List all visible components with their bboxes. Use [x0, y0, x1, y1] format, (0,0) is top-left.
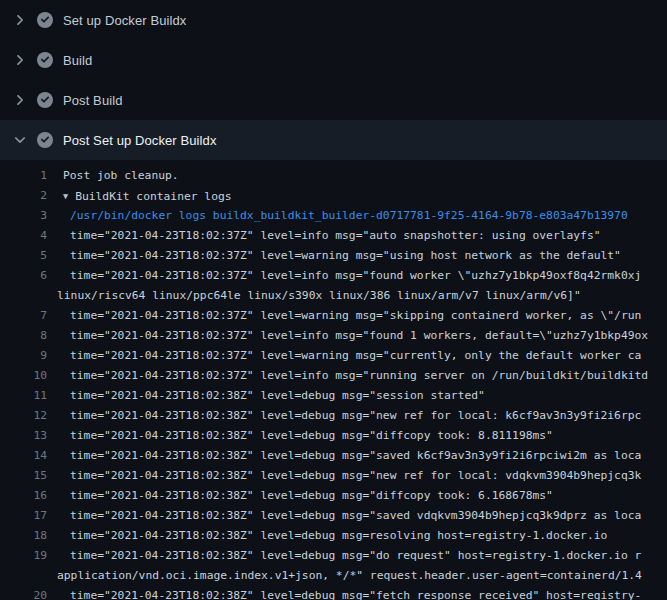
chevron-right-icon[interactable] [12, 92, 28, 108]
line-number[interactable]: 1 [0, 166, 47, 186]
line-number[interactable]: 17 [0, 506, 47, 526]
line-number[interactable]: 3 [0, 206, 47, 226]
log-line-text: time="2021-04-23T18:02:37Z" level=warnin… [70, 306, 641, 326]
line-number[interactable]: 10 [0, 366, 47, 386]
log-line: 19time="2021-04-23T18:02:38Z" level=debu… [0, 546, 667, 566]
line-number[interactable]: 5 [0, 246, 47, 266]
log-line: 10time="2021-04-23T18:02:37Z" level=info… [0, 366, 667, 386]
line-number[interactable]: 4 [0, 226, 47, 246]
log-line: 8time="2021-04-23T18:02:37Z" level=info … [0, 326, 667, 346]
status-check-icon [37, 12, 53, 28]
log-panel: 1Post job cleanup.2▼BuildKit container l… [0, 160, 667, 600]
log-line-text: time="2021-04-23T18:02:38Z" level=debug … [70, 446, 641, 466]
log-line-text: time="2021-04-23T18:02:37Z" level=info m… [70, 266, 641, 286]
chevron-down-icon[interactable] [12, 132, 28, 148]
line-number[interactable]: 15 [0, 466, 47, 486]
log-group-header-text[interactable]: BuildKit container logs [75, 190, 231, 203]
line-number[interactable]: 12 [0, 406, 47, 426]
step-label: Set up Docker Buildx [63, 13, 186, 28]
log-line: 18time="2021-04-23T18:02:38Z" level=debu… [0, 526, 667, 546]
log-line: 5time="2021-04-23T18:02:37Z" level=warni… [0, 246, 667, 266]
log-command-text: /usr/bin/docker logs buildx_buildkit_bui… [70, 206, 628, 226]
log-line-text: time="2021-04-23T18:02:38Z" level=debug … [70, 546, 641, 566]
step-list: Set up Docker BuildxBuildPost BuildPost … [0, 0, 667, 160]
line-number[interactable]: 7 [0, 306, 47, 326]
log-line-text: time="2021-04-23T18:02:38Z" level=debug … [70, 506, 641, 526]
step-row-set-up-docker-buildx[interactable]: Set up Docker Buildx [0, 0, 667, 40]
log-line-text: time="2021-04-23T18:02:37Z" level=info m… [70, 226, 601, 246]
log-line: 2▼BuildKit container logs [0, 186, 667, 206]
log-line-text: time="2021-04-23T18:02:37Z" level=warnin… [70, 346, 641, 366]
log-line-text: time="2021-04-23T18:02:37Z" level=info m… [70, 366, 648, 386]
log-line-text: time="2021-04-23T18:02:38Z" level=debug … [70, 426, 553, 446]
status-check-icon [37, 92, 53, 108]
line-number[interactable]: 14 [0, 446, 47, 466]
log-line: 1Post job cleanup. [0, 166, 667, 186]
log-group-header[interactable]: ▼BuildKit container logs [63, 186, 232, 206]
log-line-text: linux/riscv64 linux/ppc64le linux/s390x … [57, 286, 581, 306]
line-number[interactable]: 8 [0, 326, 47, 346]
log-line-continuation: application/vnd.oci.image.index.v1+json,… [0, 566, 667, 586]
log-line-text: time="2021-04-23T18:02:38Z" level=debug … [70, 466, 641, 486]
log-line: 15time="2021-04-23T18:02:38Z" level=debu… [0, 466, 667, 486]
group-collapse-triangle-icon[interactable]: ▼ [63, 186, 68, 206]
line-number[interactable]: 18 [0, 526, 47, 546]
line-number[interactable]: 16 [0, 486, 47, 506]
step-row-post-build[interactable]: Post Build [0, 80, 667, 120]
log-line: 3/usr/bin/docker logs buildx_buildkit_bu… [0, 206, 667, 226]
log-line: 20time="2021-04-23T18:02:38Z" level=debu… [0, 586, 667, 600]
log-line-text: time="2021-04-23T18:02:37Z" level=warnin… [70, 246, 621, 266]
line-number[interactable]: 9 [0, 346, 47, 366]
line-number[interactable]: 11 [0, 386, 47, 406]
step-label: Post Build [63, 93, 123, 108]
log-line-text: application/vnd.oci.image.index.v1+json,… [57, 566, 642, 586]
line-number[interactable]: 20 [0, 586, 47, 600]
log-line: 14time="2021-04-23T18:02:38Z" level=debu… [0, 446, 667, 466]
log-line-text: time="2021-04-23T18:02:38Z" level=debug … [70, 406, 641, 426]
status-check-icon [37, 132, 53, 148]
log-line: 12time="2021-04-23T18:02:38Z" level=debu… [0, 406, 667, 426]
log-line-text: time="2021-04-23T18:02:38Z" level=debug … [70, 386, 485, 406]
log-line-text: time="2021-04-23T18:02:38Z" level=debug … [70, 526, 607, 546]
log-line: 7time="2021-04-23T18:02:37Z" level=warni… [0, 306, 667, 326]
log-line-text: time="2021-04-23T18:02:37Z" level=info m… [70, 326, 648, 346]
log-line-continuation: linux/riscv64 linux/ppc64le linux/s390x … [0, 286, 667, 306]
log-line: 16time="2021-04-23T18:02:38Z" level=debu… [0, 486, 667, 506]
log-line: 13time="2021-04-23T18:02:38Z" level=debu… [0, 426, 667, 446]
log-line: 4time="2021-04-23T18:02:37Z" level=info … [0, 226, 667, 246]
log-line-text: Post job cleanup. [63, 166, 179, 186]
chevron-right-icon[interactable] [12, 12, 28, 28]
step-row-post-set-up-docker-buildx[interactable]: Post Set up Docker Buildx [0, 120, 667, 160]
line-number[interactable]: 2 [0, 186, 47, 206]
log-line-text: time="2021-04-23T18:02:38Z" level=debug … [70, 586, 641, 600]
step-label: Post Set up Docker Buildx [63, 133, 217, 148]
step-row-build[interactable]: Build [0, 40, 667, 80]
log-line: 9time="2021-04-23T18:02:37Z" level=warni… [0, 346, 667, 366]
log-line: 6time="2021-04-23T18:02:37Z" level=info … [0, 266, 667, 286]
line-number[interactable]: 13 [0, 426, 47, 446]
chevron-right-icon[interactable] [12, 52, 28, 68]
status-check-icon [37, 52, 53, 68]
log-line: 17time="2021-04-23T18:02:38Z" level=debu… [0, 506, 667, 526]
line-number[interactable]: 6 [0, 266, 47, 286]
log-line-text: time="2021-04-23T18:02:38Z" level=debug … [70, 486, 553, 506]
log-line: 11time="2021-04-23T18:02:38Z" level=debu… [0, 386, 667, 406]
line-number[interactable]: 19 [0, 546, 47, 566]
step-label: Build [63, 53, 92, 68]
